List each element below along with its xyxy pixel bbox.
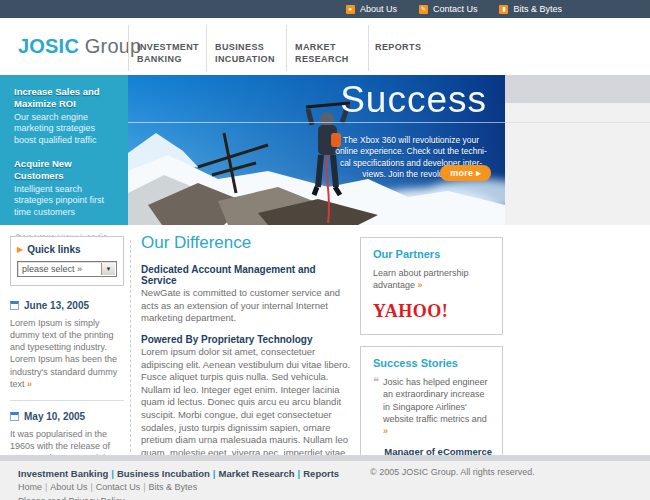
hero-copy-line: online experience. Check out the techni- xyxy=(331,146,491,157)
promo-title: Increase Sales and Maximize ROI xyxy=(14,86,116,110)
double-chevron-icon[interactable]: » xyxy=(27,379,32,389)
partners-body: Learn about partnership advantage » xyxy=(373,267,492,291)
calendar-icon xyxy=(10,412,19,421)
topbar-label: Contact Us xyxy=(433,4,478,14)
more-button[interactable]: more ▸ xyxy=(440,165,491,181)
nav-divider xyxy=(286,25,287,71)
nav-divider xyxy=(128,25,129,71)
arrow-right-icon: ▶ xyxy=(17,245,23,254)
nav-item-reports[interactable]: REPORTS xyxy=(375,41,421,53)
nav-label: REPORTS xyxy=(375,41,421,53)
news-body: Lorem Ipsum is simply dummy text of the … xyxy=(10,317,124,390)
news-date: May 10, 2005 xyxy=(24,411,85,422)
section-heading: Dedicated Account Management and Service xyxy=(141,264,354,286)
hero-divider-line xyxy=(128,122,505,123)
nav-label: INCUBATION xyxy=(215,53,275,65)
footer-links: Investment Banking|Business Incubation|M… xyxy=(18,467,339,500)
promo-item[interactable]: Increase Sales and Maximize ROI Our sear… xyxy=(14,86,116,147)
promo-sidebar: Increase Sales and Maximize ROI Our sear… xyxy=(0,75,128,225)
promo-title: Acquire New Customers xyxy=(14,158,116,182)
right-column: Our Partners Learn about partnership adv… xyxy=(360,237,503,481)
content-section: Dedicated Account Management and Service… xyxy=(141,264,354,325)
footer-link-investment-banking[interactable]: Investment Banking xyxy=(18,468,108,479)
hairline xyxy=(505,122,650,123)
nav-label: BUSINESS xyxy=(215,41,275,53)
partners-box: Our Partners Learn about partnership adv… xyxy=(360,237,503,335)
mail-icon: ✎ xyxy=(419,5,428,14)
person-icon: ● xyxy=(346,5,355,14)
promo-body: Intelligent search strategies pinpoint f… xyxy=(14,184,116,219)
quote-icon: ❝ xyxy=(373,376,379,437)
topbar-item-contact-us[interactable]: ✎ Contact Us xyxy=(419,4,478,14)
nav-divider xyxy=(368,25,369,71)
logo[interactable]: JOSIC Group xyxy=(18,35,141,58)
topbar-label: About Us xyxy=(360,4,397,14)
news-item: June 13, 2005 Lorem Ipsum is simply dumm… xyxy=(10,300,124,390)
quick-links-select[interactable]: please select » ▼ xyxy=(17,261,117,277)
chevron-down-icon[interactable]: ▼ xyxy=(101,263,115,275)
pipe-separator: | xyxy=(295,468,304,479)
nav-divider xyxy=(206,25,207,71)
divider xyxy=(10,400,124,401)
promo-body: Our search engine marketing strategies b… xyxy=(14,112,116,147)
nav-item-investment-banking[interactable]: INVESTMENT BANKING xyxy=(137,41,199,65)
pipe-separator: | xyxy=(108,468,117,479)
logo-secondary: Group xyxy=(85,35,142,57)
topbar-item-bits-bytes[interactable]: ▮ Bits & Bytes xyxy=(499,4,562,14)
topbar: ● About Us ✎ Contact Us ▮ Bits & Bytes xyxy=(0,0,650,18)
footer-link-bits-bytes[interactable]: Bits & Bytes xyxy=(149,482,198,492)
privacy-notice-prefix: Please read xyxy=(18,496,69,500)
hero-banner: Success The Xbox 360 will revolutionize … xyxy=(128,75,505,225)
nav-label: BANKING xyxy=(137,53,199,65)
footer-link-business-incubation[interactable]: Business Incubation xyxy=(117,468,210,479)
footer-link-home[interactable]: Home xyxy=(18,482,42,492)
topbar-item-about-us[interactable]: ● About Us xyxy=(346,4,397,14)
quote-text: Josic has helped engineer an extraordina… xyxy=(383,377,488,423)
copyright: © 2005 JOSIC Group. All rights reserved. xyxy=(370,467,535,477)
section-heading: Powered By Proprietary Technology xyxy=(141,334,354,345)
footer: Investment Banking|Business Incubation|M… xyxy=(0,461,650,500)
nav-label: MARKET xyxy=(295,41,349,53)
hero-headline: Success xyxy=(340,79,487,121)
calendar-icon xyxy=(10,301,19,310)
double-chevron-icon[interactable]: » xyxy=(418,280,423,290)
yahoo-logo[interactable]: YAHOO! xyxy=(373,301,492,322)
promo-item[interactable]: Acquire New Customers Intelligent search… xyxy=(14,158,116,219)
success-stories-title: Success Stories xyxy=(373,357,492,369)
footer-link-about-us[interactable]: About Us xyxy=(50,482,87,492)
hero-copy-line: The Xbox 360 will revolutionize your xyxy=(331,135,491,146)
nav-label: RESEARCH xyxy=(295,53,349,65)
partners-title: Our Partners xyxy=(373,248,492,260)
chart-icon: ▮ xyxy=(499,5,508,14)
quick-links-title: Quick links xyxy=(27,244,80,255)
gray-band xyxy=(505,75,650,103)
footer-link-reports[interactable]: Reports xyxy=(303,468,339,479)
news-date: June 13, 2005 xyxy=(24,300,89,311)
footer-link-contact-us[interactable]: Contact Us xyxy=(96,482,141,492)
double-chevron-icon[interactable]: » xyxy=(383,426,388,436)
header: JOSIC Group INVESTMENT BANKING BUSINESS … xyxy=(0,18,650,75)
pipe-separator: | xyxy=(140,482,148,492)
pipe-separator: | xyxy=(210,468,219,479)
nav-item-business-incubation[interactable]: BUSINESS INCUBATION xyxy=(215,41,275,65)
column-separator xyxy=(130,240,131,452)
select-value: please select » xyxy=(22,264,82,274)
nav-item-market-research[interactable]: MARKET RESEARCH xyxy=(295,41,349,65)
privacy-policy-link[interactable]: Privacy Policy. xyxy=(69,496,127,500)
testimonial-quote: Josic has helped engineer an extraordina… xyxy=(383,376,492,437)
section-body: NewGate is committed to customer service… xyxy=(141,287,354,325)
hero-side-panel xyxy=(505,75,650,225)
page-title: Our Difference xyxy=(141,233,354,253)
quick-links-box: ▶ Quick links please select » ▼ xyxy=(10,236,124,286)
footer-link-market-research[interactable]: Market Research xyxy=(219,468,295,479)
nav-label: INVESTMENT xyxy=(137,41,199,53)
pipe-separator: | xyxy=(87,482,95,492)
topbar-label: Bits & Bytes xyxy=(513,4,562,14)
logo-primary: JOSIC xyxy=(18,35,79,57)
